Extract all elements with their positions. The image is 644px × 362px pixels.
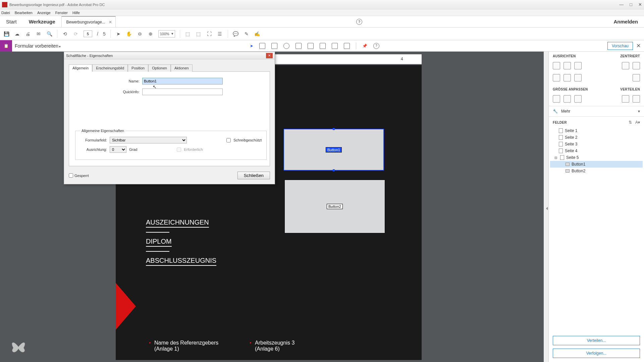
page-number-input[interactable]	[84, 31, 92, 37]
center-h-icon[interactable]	[622, 62, 629, 69]
menu-edit[interactable]: Bearbeiten	[15, 11, 33, 15]
tool-category-icon[interactable]: 📋	[0, 40, 12, 52]
pin-icon[interactable]: 📌	[362, 44, 367, 48]
window-maximize-button[interactable]: □	[630, 2, 632, 7]
text-field-tool-icon[interactable]	[259, 43, 265, 49]
distribute-v-icon[interactable]	[633, 95, 640, 103]
signature-tool-icon[interactable]	[332, 43, 338, 49]
select-tool-icon[interactable]: ➤	[250, 44, 253, 48]
orientation-select[interactable]: 0	[110, 146, 126, 153]
tree-page-4[interactable]: Seite 4	[550, 147, 643, 154]
tab-position[interactable]: Position	[128, 64, 148, 72]
page-up-icon[interactable]: ⟲	[62, 31, 68, 37]
more-row[interactable]: 🔧 Mehr ▾	[549, 106, 644, 117]
print-icon[interactable]: 🖨	[25, 31, 31, 37]
align-middle-icon[interactable]	[564, 74, 571, 81]
locked-checkbox[interactable]	[69, 173, 73, 178]
dialog-body: Name: QuickInfo: ↖ Allgemeine Eigenschaf…	[69, 71, 270, 166]
form-field-button2[interactable]: Button2	[284, 180, 385, 233]
properties-dialog: Schaltfläche - Eigenschaften ✕ Allgemein…	[64, 52, 275, 184]
fit-width-icon[interactable]: ⬚	[185, 31, 191, 37]
zoom-out-icon[interactable]: ⊖	[137, 31, 143, 37]
tab-appearance[interactable]: Erscheinungsbild	[92, 64, 128, 72]
menu-help[interactable]: Hilfe	[72, 11, 80, 15]
tree-page-3[interactable]: Seite 3	[550, 141, 643, 147]
checkbox-tool-icon[interactable]	[271, 43, 277, 49]
name-input[interactable]	[142, 78, 223, 84]
tab-general[interactable]: Allgemein	[69, 64, 92, 72]
close-tool-button[interactable]: ✕	[636, 43, 641, 49]
quickinfo-label: QuickInfo:	[75, 90, 142, 94]
close-button[interactable]: Schließen	[237, 172, 270, 179]
tree-page-1[interactable]: Seite 1	[550, 127, 643, 134]
align-left-icon[interactable]	[553, 62, 560, 69]
menu-file[interactable]: Datei	[1, 11, 10, 15]
align-right-icon[interactable]	[574, 62, 582, 69]
document-tab[interactable]: Bewerbungsvorlage... ✕	[61, 16, 116, 27]
document-canvas[interactable]: 4 Button1 Button2 AUSZEICHNUNGEN DIPLOM …	[0, 52, 548, 362]
list-tool-icon[interactable]	[296, 43, 302, 49]
button-tool-icon[interactable]	[320, 43, 326, 49]
tree-field-button2[interactable]: Button2	[550, 168, 643, 174]
page-separator: /	[97, 31, 98, 37]
align-center-h-icon[interactable]	[564, 62, 571, 69]
app-icon	[2, 2, 7, 7]
help-tool-icon[interactable]: ?	[373, 43, 379, 49]
menu-window[interactable]: Fenster	[55, 11, 68, 15]
read-mode-icon[interactable]: ☰	[217, 31, 223, 37]
panel-collapse-handle[interactable]	[546, 207, 549, 214]
radio-tool-icon[interactable]	[283, 43, 289, 49]
align-top-icon[interactable]	[553, 74, 560, 81]
match-both-icon[interactable]	[574, 95, 582, 103]
quickinfo-input[interactable]	[142, 88, 223, 95]
tool-name[interactable]: Formular vorbereiten▾	[12, 43, 63, 49]
login-button[interactable]: Anmelden	[607, 19, 644, 24]
zoom-in-icon[interactable]: ⊕	[148, 31, 154, 37]
search-icon[interactable]: 🔍	[46, 31, 52, 37]
signature-icon[interactable]: ✍	[254, 31, 260, 37]
page-down-icon[interactable]: ⟳	[73, 31, 79, 37]
tab-tools[interactable]: Werkzeuge	[23, 16, 61, 27]
dialog-titlebar[interactable]: Schaltfläche - Eigenschaften ✕	[64, 52, 275, 59]
window-minimize-button[interactable]: —	[619, 2, 624, 7]
save-icon[interactable]: 💾	[3, 31, 9, 37]
tree-page-2[interactable]: Seite 2	[550, 134, 643, 141]
center-v-icon[interactable]	[633, 62, 640, 69]
preview-button[interactable]: Vorschau	[607, 42, 633, 50]
readonly-checkbox[interactable]	[226, 138, 231, 142]
dialog-close-button[interactable]: ✕	[266, 53, 273, 58]
pointer-icon[interactable]: ➤	[115, 31, 121, 37]
form-field-button1[interactable]: Button1	[283, 129, 384, 171]
fieldset-legend: Allgemeine Eigenschaften	[80, 129, 125, 133]
menu-view[interactable]: Anzeige	[37, 11, 51, 15]
hand-icon[interactable]: ✋	[126, 31, 132, 37]
tab-actions[interactable]: Aktionen	[171, 64, 193, 72]
comment-icon[interactable]: 💬	[233, 31, 239, 37]
window-close-button[interactable]: ✕	[638, 2, 642, 7]
highlight-icon[interactable]: ✎	[244, 31, 250, 37]
barcode-tool-icon[interactable]	[344, 43, 350, 49]
tab-bar: Start Werkzeuge Bewerbungsvorlage... ✕ ?…	[0, 16, 644, 27]
track-button[interactable]: Verfolgen...	[553, 349, 640, 358]
mail-icon[interactable]: ✉	[36, 31, 42, 37]
dropdown-tool-icon[interactable]	[308, 43, 314, 49]
close-tab-icon[interactable]: ✕	[109, 20, 112, 24]
cloud-icon[interactable]: ☁	[14, 31, 20, 37]
align-bottom-icon[interactable]	[574, 74, 582, 81]
fullscreen-icon[interactable]: ⛶	[206, 31, 212, 37]
match-height-icon[interactable]	[564, 95, 571, 103]
formfield-select[interactable]: Sichtbar	[110, 137, 187, 143]
tree-field-button1[interactable]: Button1	[550, 161, 643, 168]
match-width-icon[interactable]	[553, 95, 560, 103]
distribute-h-icon[interactable]	[622, 95, 629, 103]
help-icon[interactable]: ?	[356, 19, 362, 25]
distribute-button[interactable]: Verteilen...	[553, 336, 640, 345]
center-page-icon[interactable]	[633, 74, 640, 81]
sort-icon[interactable]: ⇅	[629, 120, 632, 125]
zoom-select[interactable]: 100%▾	[158, 30, 175, 38]
fit-page-icon[interactable]: ⬚	[196, 31, 202, 37]
sort-alpha-icon[interactable]: A▾	[635, 120, 640, 125]
tab-options[interactable]: Optionen	[148, 64, 171, 72]
tab-start[interactable]: Start	[0, 16, 23, 27]
tree-page-5[interactable]: ⊟Seite 5	[550, 154, 643, 161]
